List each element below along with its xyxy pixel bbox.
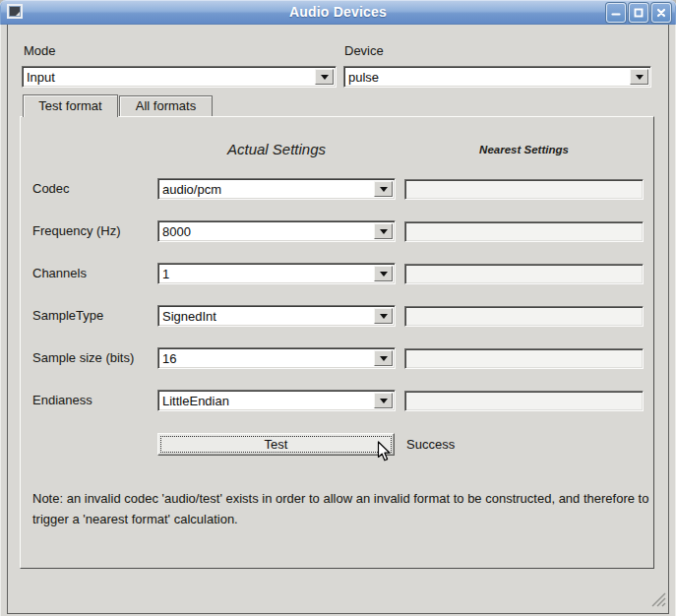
sampletype-value: SignedInt	[162, 309, 216, 324]
samplesize-nearest-field	[404, 348, 644, 369]
endianess-select[interactable]: LittleEndian	[157, 390, 396, 411]
codec-value: audio/pcm	[162, 182, 221, 197]
dropdown-arrow-icon[interactable]	[374, 223, 393, 239]
device-value: pulse	[348, 70, 379, 85]
endianess-value: LittleEndian	[162, 394, 229, 408]
sampletype-nearest-field	[404, 306, 644, 327]
channels-select[interactable]: 1	[157, 263, 396, 284]
window-controls	[606, 3, 671, 23]
mouse-cursor-icon	[377, 441, 392, 466]
mode-value: Input	[27, 70, 55, 85]
codec-label: Codec	[32, 181, 70, 196]
frequency-value: 8000	[162, 224, 191, 239]
samplesize-label: Sample size (bits)	[32, 350, 134, 365]
titlebar[interactable]: Audio Devices	[0, 0, 676, 25]
device-select[interactable]: pulse	[343, 66, 651, 88]
test-button-label: Test	[160, 436, 392, 453]
test-button[interactable]: Test	[157, 433, 395, 456]
device-label: Device	[344, 43, 384, 58]
frequency-nearest-field	[404, 221, 644, 242]
channels-nearest-field	[404, 264, 644, 284]
resize-grip-icon[interactable]	[651, 592, 666, 611]
dropdown-arrow-icon[interactable]	[374, 181, 393, 197]
codec-nearest-field	[404, 179, 644, 200]
codec-select[interactable]: audio/pcm	[157, 178, 396, 200]
dropdown-arrow-icon[interactable]	[374, 350, 393, 366]
nearest-settings-header: Nearest Settings	[404, 144, 644, 155]
close-button[interactable]	[651, 3, 671, 23]
dropdown-arrow-icon[interactable]	[374, 393, 393, 408]
dropdown-arrow-icon[interactable]	[374, 308, 393, 324]
tab-all-formats[interactable]: All formats	[119, 95, 213, 116]
samplesize-select[interactable]: 16	[157, 347, 396, 369]
status-text: Success	[406, 437, 455, 452]
actual-settings-header: Actual Settings	[157, 141, 396, 157]
endianess-nearest-field	[404, 391, 644, 411]
mode-label: Mode	[24, 43, 56, 58]
frequency-select[interactable]: 8000	[157, 220, 396, 242]
channels-label: Channels	[32, 266, 87, 280]
channels-value: 1	[162, 267, 169, 281]
frequency-label: Frequency (Hz)	[32, 223, 121, 238]
endianess-label: Endianess	[32, 393, 92, 407]
minimize-button[interactable]	[606, 3, 626, 23]
dropdown-arrow-icon[interactable]	[630, 69, 648, 85]
mode-select[interactable]: Input	[22, 66, 337, 88]
sampletype-label: SampleType	[32, 308, 103, 323]
dropdown-arrow-icon[interactable]	[315, 69, 334, 85]
samplesize-value: 16	[162, 351, 176, 366]
tab-test-format[interactable]: Test format	[23, 94, 118, 117]
sampletype-select[interactable]: SignedInt	[157, 305, 396, 327]
window-title: Audio Devices	[0, 4, 676, 20]
audio-devices-window: Audio Devices Mode Input Device pulse Te…	[0, 0, 676, 616]
dropdown-arrow-icon[interactable]	[374, 266, 393, 281]
maximize-button[interactable]	[629, 3, 648, 23]
note-text: Note: an invalid codec 'audio/test' exis…	[32, 488, 658, 529]
